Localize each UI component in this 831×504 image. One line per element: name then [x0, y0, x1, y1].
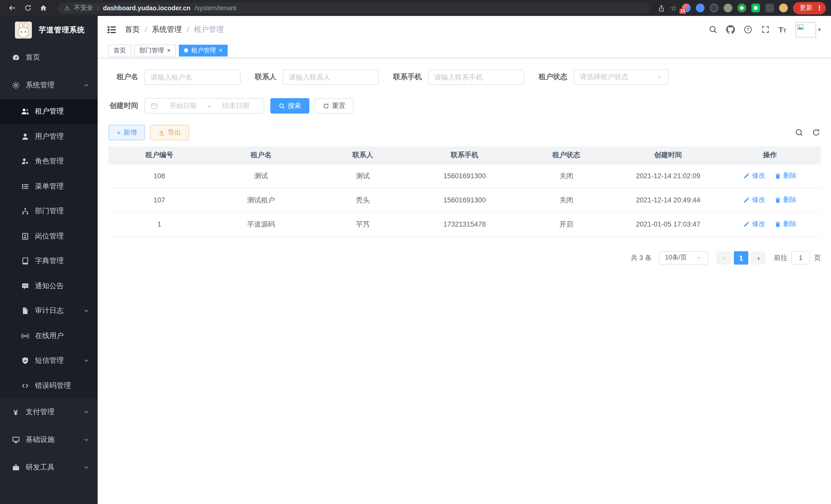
goto-page-input[interactable] — [792, 251, 810, 264]
address-bar[interactable]: ⚠ 不安全 | dashboard.yudao.iocoder.cn /syst… — [58, 2, 650, 13]
sidebar-item-user[interactable]: 用户管理 — [0, 124, 98, 149]
app-window: ⚠ 不安全 | dashboard.yudao.iocoder.cn /syst… — [0, 0, 831, 504]
sidebar-item-label: 菜单管理 — [35, 182, 64, 191]
page-size-select[interactable]: 10条/页 — [659, 251, 708, 264]
sidebar-item-notice[interactable]: 通知公告 — [0, 274, 98, 298]
app-title: 芋道管理系统 — [38, 25, 85, 35]
profile-avatar-icon[interactable] — [779, 4, 788, 12]
bookmark-star-icon[interactable]: ☆ — [670, 4, 677, 11]
browser-menu-icon[interactable]: ⋮ — [816, 4, 823, 12]
search-button[interactable]: 搜索 — [270, 98, 309, 114]
fullscreen-button[interactable] — [761, 25, 770, 34]
delete-button[interactable]: 删除 — [774, 219, 797, 229]
page-number-1[interactable]: 1 — [734, 251, 748, 264]
url-divider: | — [97, 4, 99, 11]
edit-button[interactable]: 修改 — [743, 219, 765, 229]
breadcrumb-home[interactable]: 首页 — [125, 25, 140, 34]
sidebar-fold-button[interactable] — [106, 24, 117, 35]
github-button[interactable] — [726, 25, 735, 34]
sidebar-item-menu[interactable]: 菜单管理 — [0, 174, 98, 199]
cell-contact: 芋艿 — [312, 212, 414, 236]
sidebar-item-label: 短信管理 — [35, 356, 64, 365]
extension-puzzle-icon[interactable] — [765, 4, 774, 12]
sidebar-item-dept[interactable]: 部门管理 — [0, 199, 98, 224]
header-search-button[interactable] — [709, 25, 718, 34]
col-created: 创建时间 — [617, 146, 719, 164]
reset-button[interactable]: 重置 — [315, 98, 353, 114]
extension-chat-icon[interactable] — [751, 4, 760, 12]
page-content: 租户名 联系人 联系手机 租户状态 请选择租户状态 — [98, 58, 831, 504]
home-button[interactable] — [37, 2, 49, 14]
delete-button[interactable]: 删除 — [774, 196, 797, 205]
cell-contact: 秃头 — [312, 188, 414, 212]
toggle-search-button[interactable] — [795, 128, 804, 137]
tenant-name-input[interactable] — [150, 73, 234, 81]
sidebar-item-system[interactable]: 系统管理 — [0, 71, 98, 99]
tab-dept[interactable]: 部门管理 × — [134, 45, 176, 56]
sidebar-item-dict[interactable]: 字典管理 — [0, 249, 98, 274]
refresh-table-button[interactable] — [812, 128, 821, 137]
tab-close-icon[interactable]: × — [167, 47, 171, 53]
edit-button[interactable]: 修改 — [743, 196, 765, 205]
tab-tenant[interactable]: 租户管理 × — [179, 45, 228, 56]
sidebar-item-audit-log[interactable]: 审计日志 — [0, 298, 98, 323]
status-select[interactable]: 请选择租户状态 — [574, 69, 668, 85]
edit-button[interactable]: 修改 — [743, 171, 765, 181]
chevron-down-icon — [83, 358, 89, 364]
app-header: 首页 / 系统管理 / 租户管理 ? — [98, 16, 831, 43]
extension-translate-icon[interactable]: 10 — [682, 4, 691, 12]
prev-page-button[interactable]: ‹ — [716, 251, 731, 264]
browser-update-button[interactable]: 更新 ⋮ — [793, 2, 826, 14]
cell-operations: 修改 删除 — [719, 188, 821, 212]
sidebar-item-sms[interactable]: 短信管理 — [0, 348, 98, 373]
user-menu[interactable]: ▾ — [796, 22, 821, 37]
col-mobile: 联系手机 — [414, 146, 515, 164]
extension-green-icon[interactable] — [738, 4, 746, 12]
back-button[interactable] — [6, 2, 19, 14]
sidebar-item-tenant[interactable]: 租户管理 — [0, 99, 98, 124]
reload-button[interactable] — [22, 2, 34, 14]
share-button[interactable] — [658, 4, 665, 11]
github-icon — [726, 25, 735, 34]
sidebar-item-home[interactable]: 首页 — [0, 44, 98, 71]
mobile-input[interactable] — [434, 73, 518, 81]
app-logo[interactable]: 芋道管理系统 — [0, 16, 98, 44]
add-button-label: 新增 — [123, 128, 137, 137]
tab-home[interactable]: 首页 — [109, 45, 131, 56]
contact-input[interactable] — [289, 73, 373, 81]
sidebar-item-label: 字典管理 — [35, 257, 64, 266]
tenant-icon — [21, 108, 29, 116]
extension-dark-sphere-icon[interactable] — [710, 4, 718, 12]
sidebar-item-dev-tools[interactable]: 研发工具 — [0, 454, 98, 481]
sidebar-item-payment[interactable]: ¥ 支付管理 — [0, 398, 98, 426]
export-button[interactable]: 导出 — [150, 125, 189, 140]
delete-button[interactable]: 删除 — [774, 171, 797, 181]
cell-created: 2021-12-14 20:49:44 — [617, 188, 719, 212]
cell-mobile: 15601691300 — [414, 164, 515, 188]
menu-list-icon — [21, 182, 29, 191]
status-select-placeholder: 请选择租户状态 — [580, 72, 628, 82]
help-button[interactable]: ? — [743, 25, 753, 34]
sidebar-item-post[interactable]: 岗位管理 — [0, 224, 98, 249]
extension-olive-icon[interactable] — [724, 4, 732, 12]
tab-close-icon[interactable]: × — [219, 47, 223, 53]
date-range-picker[interactable]: 开始日期 - 结束日期 — [144, 98, 264, 114]
breadcrumb-system[interactable]: 系统管理 — [152, 25, 182, 34]
goto-suffix: 页 — [814, 253, 821, 262]
add-button[interactable]: + 新增 — [109, 125, 145, 140]
date-start-placeholder: 开始日期 — [161, 101, 205, 111]
extension-blue-icon[interactable] — [696, 4, 705, 12]
reset-button-label: 重置 — [332, 101, 345, 111]
sidebar-item-infrastructure[interactable]: 基础设施 — [0, 426, 98, 454]
font-size-button[interactable]: TT — [778, 26, 786, 33]
security-label[interactable]: 不安全 — [74, 4, 93, 12]
sidebar-item-online-users[interactable]: 在线用户 — [0, 323, 98, 348]
cell-mobile: 15601691300 — [414, 188, 515, 212]
code-icon — [21, 382, 29, 390]
user-icon — [21, 132, 29, 141]
sidebar-item-error-code[interactable]: 错误码管理 — [0, 373, 98, 398]
cell-created: 2021-12-14 21:02:09 — [617, 164, 719, 188]
sidebar-item-role[interactable]: 角色管理 — [0, 149, 98, 174]
next-page-button[interactable]: › — [751, 251, 766, 264]
edit-label: 修改 — [752, 219, 765, 229]
